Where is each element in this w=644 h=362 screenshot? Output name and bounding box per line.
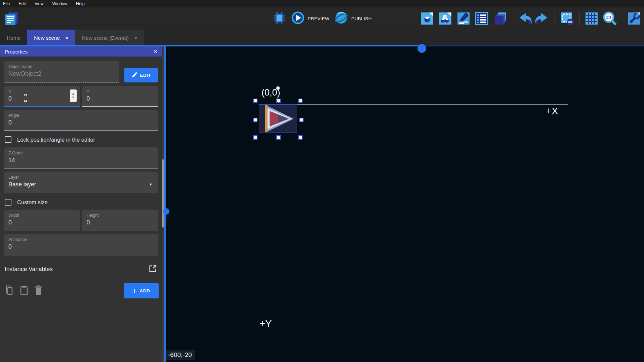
height-field[interactable]: Height 0: [82, 210, 158, 231]
x-axis-label: +X: [546, 106, 558, 117]
angle-field[interactable]: Angle 0: [4, 110, 158, 131]
paste-icon[interactable]: [19, 285, 29, 297]
spin-up-icon[interactable]: ▲: [72, 93, 75, 95]
drawer-side-edge[interactable]: [164, 46, 166, 362]
selection-handle-top-left[interactable]: [253, 99, 257, 103]
spaceship-sprite: [259, 105, 297, 133]
toolbar-divider: [555, 12, 555, 25]
custom-size-label: Custom size: [17, 199, 48, 206]
menu-file[interactable]: File: [0, 1, 14, 6]
zoom-original-button[interactable]: 1:1: [602, 11, 617, 26]
properties-title: Properties: [5, 49, 28, 55]
selection-handle-mid-right[interactable]: [299, 118, 304, 122]
gdevelop-window: File Edit View Window Help: [0, 0, 644, 362]
menu-window[interactable]: Window: [48, 1, 72, 6]
zoom-1to1-icon: 1:1: [602, 11, 617, 26]
toolbar: PREVIEW PUBLISH: [0, 7, 644, 30]
preview-button[interactable]: PREVIEW: [291, 11, 329, 26]
panel-scrollbar-thumb[interactable]: [162, 159, 164, 227]
properties-header: Properties ×: [0, 46, 162, 57]
selection-handle-bottom-left[interactable]: [253, 135, 257, 140]
svg-text:1:1: 1:1: [606, 15, 611, 19]
selection-handle-top-center[interactable]: [276, 99, 281, 103]
menu-view[interactable]: View: [30, 1, 48, 6]
undo-icon: [517, 11, 532, 26]
width-field[interactable]: Width 0: [4, 210, 80, 231]
open-in-new-icon[interactable]: [148, 264, 157, 275]
lock-position-row: Lock position/angle in the editor: [5, 135, 158, 145]
grid-button[interactable]: [584, 11, 599, 26]
layer-select[interactable]: Layer Base layer ▼: [4, 172, 158, 193]
chevron-down-icon[interactable]: ▼: [149, 182, 153, 186]
layers-button[interactable]: [492, 11, 508, 26]
y-label: Y: [87, 89, 154, 94]
main-area: Properties × Object name NewObject2 EDIT: [0, 46, 644, 362]
layer-value: Base layer: [8, 181, 154, 188]
layer-label: Layer: [8, 175, 154, 180]
x-label: X: [8, 89, 76, 94]
tab-bar: Home New scene × New scene (Events) ×: [0, 30, 644, 46]
preview-label: PREVIEW: [308, 16, 329, 21]
custom-size-row: Custom size: [5, 197, 158, 207]
drawer-side-handle[interactable]: [163, 208, 169, 215]
y-axis-label: +Y: [259, 318, 272, 329]
clear-selection-button[interactable]: [559, 11, 575, 26]
height-label: Height: [87, 213, 154, 218]
instance-variables-title: Instance Variables: [5, 266, 53, 273]
redo-icon: [535, 11, 550, 26]
object-name-field[interactable]: Object name NewObject2: [4, 61, 119, 83]
add-variable-button[interactable]: + ADD: [124, 283, 159, 298]
object-groups-button[interactable]: [438, 11, 453, 26]
menu-edit[interactable]: Edit: [14, 1, 30, 6]
toolbar-divider: [579, 12, 579, 25]
selection-handle-bottom-right[interactable]: [298, 135, 303, 140]
z-order-field[interactable]: Z Order 14: [4, 147, 158, 169]
toolbar-divider: [622, 12, 622, 25]
close-tab-icon[interactable]: ×: [65, 35, 69, 41]
edit-scene-properties-button[interactable]: [456, 11, 471, 26]
edit-label: EDIT: [140, 73, 151, 78]
width-label: Width: [8, 213, 76, 218]
rotation-handle[interactable]: [276, 86, 280, 90]
angle-value: 0: [8, 119, 154, 126]
layers-icon: [492, 11, 507, 26]
undo-button[interactable]: [517, 11, 532, 26]
menu-help[interactable]: Help: [72, 1, 89, 6]
publish-button[interactable]: PUBLISH: [334, 11, 372, 26]
close-panel-icon[interactable]: ×: [154, 48, 157, 55]
panel-scrollbar[interactable]: [162, 46, 164, 362]
project-manager-icon[interactable]: [3, 10, 19, 27]
tab-new-scene[interactable]: New scene ×: [27, 30, 75, 46]
toolbar-divider: [512, 12, 512, 25]
add-object-button[interactable]: [419, 11, 435, 26]
y-position-field[interactable]: Y 0: [82, 86, 158, 107]
selection-handle-mid-left[interactable]: [253, 118, 257, 122]
selection-handle-bottom-center[interactable]: [276, 135, 281, 140]
tab-new-scene-events[interactable]: New scene (Events) ×: [75, 30, 144, 46]
scene-canvas[interactable]: (0,0) +X +Y -600;-: [166, 46, 644, 362]
copy-icon[interactable]: [5, 285, 14, 297]
menu-bar: File Edit View Window Help: [0, 0, 644, 7]
scene-settings-button[interactable]: [627, 11, 642, 26]
x-stepper[interactable]: ▲ ▼: [70, 89, 77, 102]
lock-position-checkbox[interactable]: [5, 136, 11, 143]
selected-object-sprite[interactable]: [259, 104, 297, 133]
text-cursor: [23, 94, 28, 103]
edit-object-button[interactable]: EDIT: [124, 68, 158, 82]
cursor-position-badge: -600;-20: [166, 350, 195, 360]
selection-handle-top-right[interactable]: [298, 99, 303, 103]
spin-down-icon[interactable]: ▼: [72, 96, 75, 99]
x-position-field[interactable]: X 0 ▲ ▼: [4, 86, 80, 107]
instances-list-button[interactable]: [474, 11, 489, 26]
plus-icon: +: [132, 287, 137, 294]
tab-events-label: New scene (Events): [82, 35, 129, 41]
animation-field[interactable]: Animation 0: [4, 234, 158, 256]
trash-icon[interactable]: [34, 285, 43, 297]
instances-list-icon: [474, 11, 489, 26]
redo-button[interactable]: [535, 11, 550, 26]
close-tab-icon[interactable]: ×: [134, 35, 137, 41]
lock-position-label: Lock position/angle in the editor: [17, 137, 95, 143]
tab-home[interactable]: Home: [0, 30, 27, 46]
debugger-button[interactable]: [272, 11, 286, 26]
custom-size-checkbox[interactable]: [5, 199, 11, 206]
